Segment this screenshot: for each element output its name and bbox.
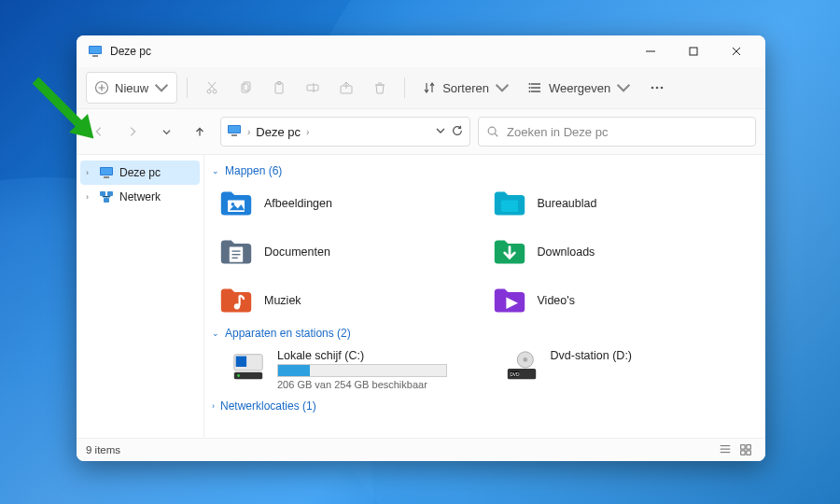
share-button[interactable] [331, 73, 361, 103]
navigation-bar: › Deze pc › Zoeken in Deze pc [77, 109, 765, 155]
titlebar: Deze pc [77, 35, 765, 67]
breadcrumb-current[interactable]: Deze pc [256, 125, 301, 139]
history-dropdown[interactable] [153, 119, 179, 145]
folder-item[interactable]: Afbeeldingen [219, 183, 482, 224]
sort-button[interactable]: Sorteren [414, 73, 517, 103]
search-placeholder: Zoeken in Deze pc [507, 125, 608, 139]
svg-point-12 [213, 90, 217, 93]
copy-button[interactable] [231, 73, 260, 103]
command-toolbar: Nieuw Sorteren Weergeven [77, 67, 765, 109]
section-header-label: Mappen (6) [225, 164, 282, 177]
back-button[interactable] [86, 119, 112, 145]
sidebar-item-label: Netwerk [119, 190, 161, 203]
drive-item[interactable]: DVD Dvd-station (D:) [493, 345, 755, 394]
thumbnails-view-button[interactable] [735, 441, 756, 458]
svg-point-27 [529, 83, 531, 85]
folder-icon [219, 235, 253, 269]
svg-rect-42 [107, 191, 113, 196]
svg-rect-3 [92, 55, 98, 57]
sort-button-label: Sorteren [442, 81, 489, 95]
explorer-window: Deze pc Nieuw Sorteren Weergeven [77, 35, 765, 461]
svg-point-29 [529, 91, 531, 92]
new-button[interactable]: Nieuw [86, 72, 177, 104]
svg-point-30 [651, 87, 654, 90]
up-button[interactable] [187, 119, 213, 145]
folder-item[interactable]: Bureaublad [493, 183, 755, 224]
minimize-button[interactable] [629, 35, 672, 67]
section-header-devices[interactable]: ⌄ Apparaten en stations (2) [208, 321, 754, 345]
forward-button[interactable] [119, 119, 146, 145]
close-button[interactable] [715, 35, 758, 67]
this-pc-icon [227, 123, 242, 141]
expand-icon[interactable]: › [86, 168, 93, 177]
svg-rect-67 [741, 451, 745, 455]
svg-rect-35 [231, 134, 237, 136]
status-bar: 9 items [77, 438, 765, 461]
folder-icon [493, 187, 526, 220]
folder-label: Afbeeldingen [264, 197, 332, 210]
svg-point-28 [529, 87, 531, 89]
chevron-right-icon[interactable]: › [306, 127, 309, 137]
svg-line-13 [208, 82, 215, 90]
svg-rect-41 [100, 191, 105, 196]
folder-icon [219, 284, 253, 317]
folder-item[interactable]: Muziek [219, 280, 482, 321]
svg-rect-65 [741, 445, 745, 449]
folder-label: Documenten [264, 245, 330, 259]
svg-point-58 [523, 357, 527, 362]
view-button[interactable]: Weergeven [521, 73, 638, 103]
folder-label: Bureaublad [538, 197, 597, 210]
svg-line-14 [209, 82, 216, 90]
folder-item[interactable]: Documenten [219, 231, 482, 273]
svg-rect-43 [104, 198, 109, 203]
section-header-folders[interactable]: ⌄ Mappen (6) [208, 159, 754, 183]
svg-point-31 [656, 87, 659, 90]
delete-button[interactable] [365, 73, 395, 103]
details-view-button[interactable] [715, 441, 735, 458]
svg-rect-16 [244, 82, 250, 91]
view-button-label: Weergeven [549, 81, 610, 95]
more-button[interactable] [642, 73, 672, 103]
svg-line-37 [495, 133, 497, 136]
drive-name: Dvd-station (D:) [551, 349, 633, 362]
rename-button[interactable] [298, 73, 328, 103]
svg-rect-46 [501, 200, 518, 212]
address-dropdown[interactable] [436, 124, 445, 140]
search-icon [486, 125, 499, 138]
folder-label: Video's [538, 294, 575, 307]
svg-rect-66 [747, 445, 750, 449]
svg-point-32 [661, 87, 664, 90]
svg-text:DVD: DVD [510, 372, 520, 377]
chevron-right-icon: › [247, 127, 250, 137]
svg-rect-5 [690, 48, 697, 55]
drive-item[interactable]: Lokale schijf (C:) 206 GB van 254 GB bes… [219, 345, 482, 394]
section-header-network[interactable]: › Netwerklocaties (1) [208, 394, 754, 418]
sidebar-item-label: Deze pc [119, 166, 161, 179]
svg-rect-68 [747, 451, 750, 455]
status-item-count: 9 items [86, 444, 120, 455]
paste-button[interactable] [264, 73, 294, 103]
search-box[interactable]: Zoeken in Deze pc [478, 117, 756, 147]
address-bar[interactable]: › Deze pc › [220, 117, 470, 147]
chevron-right-icon: › [212, 401, 215, 411]
this-pc-icon [88, 44, 103, 59]
folder-item[interactable]: Downloads [493, 231, 755, 273]
svg-rect-15 [242, 84, 248, 92]
folder-label: Downloads [538, 245, 595, 259]
sidebar-item-network[interactable]: › Netwerk [80, 185, 200, 209]
maximize-button[interactable] [672, 35, 715, 67]
folder-icon [219, 187, 253, 220]
refresh-button[interactable] [451, 124, 464, 140]
svg-point-56 [237, 374, 240, 377]
sidebar-item-this-pc[interactable]: › Deze pc [80, 161, 200, 185]
drive-icon: DVD [504, 349, 539, 385]
folder-item[interactable]: Video's [493, 280, 755, 321]
drive-free-text: 206 GB van 254 GB beschikbaar [277, 379, 447, 390]
drive-name: Lokale schijf (C:) [277, 349, 447, 362]
window-title: Deze pc [110, 45, 151, 58]
expand-icon[interactable]: › [86, 192, 93, 202]
svg-point-11 [207, 90, 211, 93]
section-header-label: Netwerklocaties (1) [220, 399, 316, 413]
cut-button[interactable] [197, 73, 227, 103]
network-icon [99, 189, 114, 204]
